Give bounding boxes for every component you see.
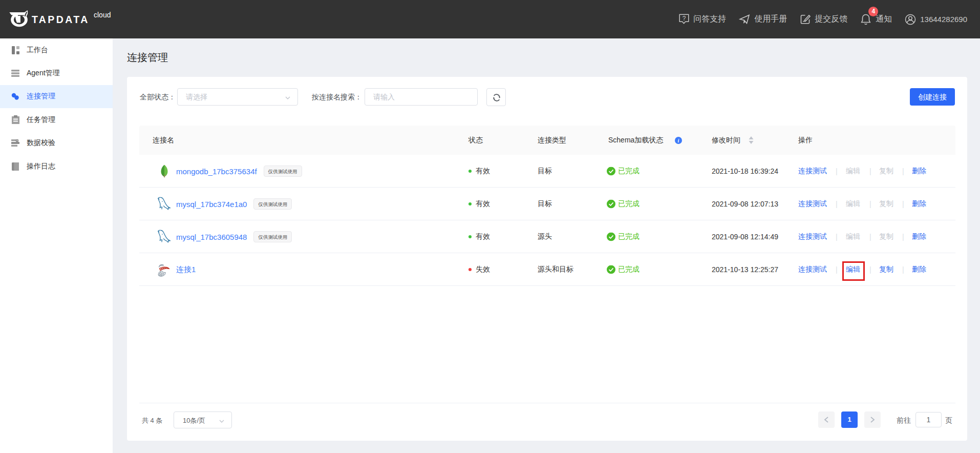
- svg-text:?: ?: [683, 15, 686, 22]
- svg-text:i: i: [678, 138, 679, 143]
